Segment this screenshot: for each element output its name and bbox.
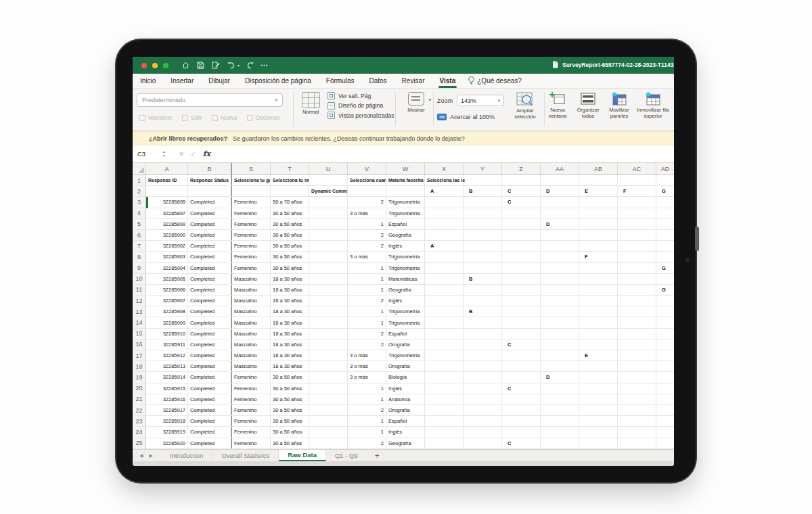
- cell-letter-AC[interactable]: [618, 241, 656, 251]
- row-header[interactable]: 18: [133, 361, 146, 371]
- cell-letter-X[interactable]: [425, 285, 464, 295]
- cell-count[interactable]: 1: [348, 383, 386, 394]
- cell-letter-X[interactable]: [425, 274, 464, 284]
- cell-letter-AB[interactable]: [579, 427, 618, 437]
- column-header-B[interactable]: B: [188, 163, 232, 174]
- cell-letter-AB[interactable]: [579, 405, 618, 415]
- cell-gender[interactable]: Masculino: [232, 296, 271, 306]
- zoom-to-100-button[interactable]: 100 Acercar al 100%: [437, 114, 495, 120]
- row-header[interactable]: 9: [133, 263, 146, 273]
- cell-response-id[interactable]: 32285897: [146, 208, 188, 218]
- cell-dynamic[interactable]: [309, 329, 348, 339]
- cell-subject[interactable]: Orografía: [386, 361, 425, 371]
- cell-Z1[interactable]: [502, 175, 541, 185]
- cell-response-id[interactable]: 32285914: [146, 372, 188, 382]
- cell-age-range[interactable]: 18 a 30 años: [271, 285, 309, 295]
- name-box-stepper[interactable]: ▲▼: [162, 150, 166, 158]
- cell-letter-Z[interactable]: [502, 285, 541, 295]
- column-header-W[interactable]: W: [386, 163, 425, 174]
- column-header-T[interactable]: T: [271, 163, 309, 174]
- cell-letter-AD[interactable]: [656, 230, 674, 240]
- cell-gender[interactable]: Masculino: [232, 317, 271, 327]
- cell-V2[interactable]: [348, 186, 386, 196]
- cell-count[interactable]: 2: [348, 241, 386, 251]
- cell-letter-AA[interactable]: [541, 438, 579, 448]
- cell-response-id[interactable]: 32285907: [146, 296, 188, 306]
- cell-letter-AA[interactable]: [541, 252, 579, 262]
- cell-count[interactable]: 2: [348, 296, 386, 306]
- cell-letter-X[interactable]: [425, 296, 464, 306]
- cell-letter-Y[interactable]: [464, 197, 502, 207]
- cell-response-status[interactable]: Completed: [188, 438, 232, 448]
- opciones-button[interactable]: Opciones: [247, 114, 280, 121]
- cell-subject[interactable]: Español: [386, 219, 425, 229]
- cell-age-range[interactable]: 30 a 50 años: [271, 394, 309, 404]
- cell-age-range[interactable]: 30 a 50 años: [271, 427, 309, 437]
- cell-age-range[interactable]: 18 a 30 años: [271, 317, 309, 327]
- sheet-nav-left-icon[interactable]: ◀: [139, 453, 143, 459]
- cell-response-id[interactable]: 32285910: [146, 329, 188, 339]
- cell-response-status[interactable]: Completed: [188, 219, 232, 229]
- cell-response-status[interactable]: Completed: [188, 263, 232, 273]
- cell-letter-X[interactable]: [425, 197, 464, 207]
- cell-letter-Y[interactable]: B: [464, 306, 502, 317]
- cell-letter-AC[interactable]: [618, 285, 656, 295]
- cell-letter-Y[interactable]: [464, 252, 502, 262]
- cell-response-id[interactable]: 32285903: [146, 252, 188, 262]
- row-header[interactable]: 19: [133, 372, 146, 382]
- cell-AB1[interactable]: [579, 175, 618, 185]
- cell-gender[interactable]: Femenino: [232, 241, 271, 251]
- cell-gender[interactable]: Masculino: [232, 274, 271, 284]
- normal-view-button[interactable]: Normal: [296, 92, 325, 116]
- cell-gender[interactable]: Femenino: [232, 219, 271, 229]
- cell-letter-AC[interactable]: [618, 405, 656, 415]
- cell-gender[interactable]: Femenino: [232, 394, 271, 404]
- cell-dynamic[interactable]: [309, 296, 348, 306]
- cell-response-status[interactable]: Completed: [188, 230, 232, 240]
- cell-letter-AD[interactable]: [656, 340, 674, 350]
- undo-icon[interactable]: [226, 61, 235, 70]
- cell-letter-AB[interactable]: [579, 263, 618, 273]
- cell-letter-AD[interactable]: [656, 383, 674, 394]
- cell-subject[interactable]: Español: [386, 416, 425, 426]
- more-options-icon[interactable]: ⋯: [261, 61, 269, 70]
- cell-letter-AB[interactable]: [579, 416, 618, 426]
- cell-letter-AD[interactable]: [656, 317, 674, 327]
- column-header-U[interactable]: U: [309, 163, 348, 174]
- cell-letter-AD[interactable]: G: [656, 285, 674, 295]
- cell-subject[interactable]: Orografía: [386, 405, 425, 415]
- cell-letter-X[interactable]: [425, 372, 464, 382]
- cell-letter-AB[interactable]: F: [579, 252, 618, 262]
- cell-subject[interactable]: Trigonometría: [386, 208, 425, 218]
- cell-letter-Y[interactable]: [464, 219, 502, 229]
- cell-letter-AC[interactable]: [618, 317, 656, 327]
- cell-letter-AB[interactable]: [579, 208, 618, 218]
- cell-age-range[interactable]: 30 a 50 años: [271, 416, 309, 426]
- close-window-button[interactable]: [141, 63, 147, 68]
- cell-letter-AC[interactable]: [618, 219, 656, 229]
- cell-dynamic[interactable]: [309, 208, 348, 218]
- row-header[interactable]: 6: [133, 230, 146, 240]
- cell-gender[interactable]: Femenino: [232, 252, 271, 262]
- cell-count[interactable]: 1: [348, 263, 386, 273]
- cell-response-id[interactable]: 32285908: [146, 306, 188, 317]
- cell-response-id[interactable]: 32285895: [146, 197, 188, 207]
- cell-letter-AA[interactable]: [541, 317, 579, 327]
- cell-letter-X[interactable]: [425, 230, 464, 240]
- cell-letter-Z[interactable]: [502, 394, 541, 404]
- row-header[interactable]: 2: [133, 186, 146, 196]
- cell-dynamic[interactable]: [309, 340, 348, 350]
- cell-age-range[interactable]: 18 a 30 años: [271, 274, 309, 284]
- edit-pen-icon[interactable]: [211, 61, 220, 70]
- row-header[interactable]: 22: [133, 405, 146, 415]
- cell-gender[interactable]: Masculino: [232, 340, 271, 350]
- cell-letter-AB[interactable]: [579, 219, 618, 229]
- cell-count[interactable]: 1: [348, 219, 386, 229]
- cell-letter-AA[interactable]: [541, 197, 579, 207]
- cell-letter-AA[interactable]: [541, 329, 579, 339]
- cell-letter-Y[interactable]: [464, 208, 502, 218]
- cell-letter-AA[interactable]: [541, 241, 579, 251]
- cell-letter-Y[interactable]: [464, 230, 502, 240]
- page-layout-button[interactable]: Diseño de página: [328, 102, 394, 110]
- tab-dibujar[interactable]: Dibujar: [201, 74, 238, 89]
